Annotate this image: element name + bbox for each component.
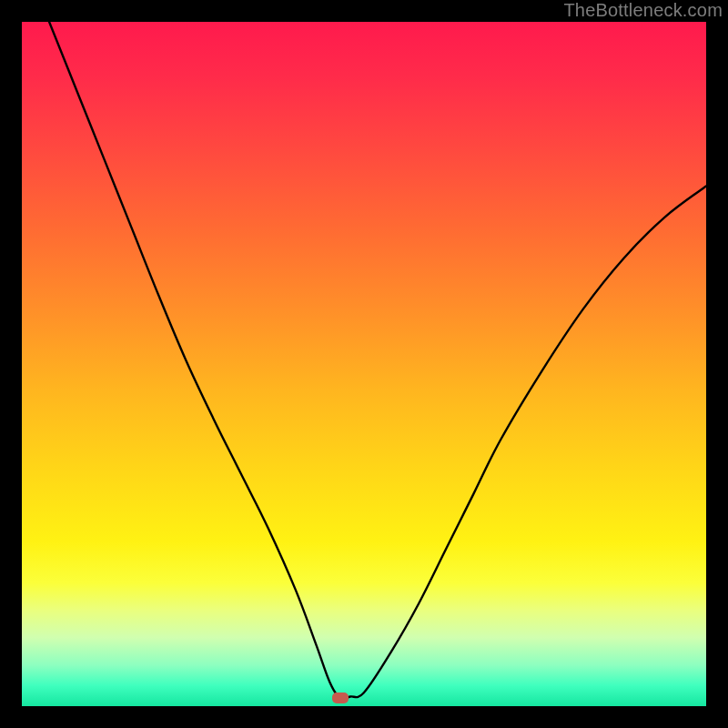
bottleneck-curve	[22, 22, 706, 706]
chart-frame: TheBottleneck.com	[0, 0, 728, 728]
plot-area	[22, 22, 706, 706]
optimal-marker	[332, 693, 349, 703]
watermark-text: TheBottleneck.com	[563, 0, 723, 21]
